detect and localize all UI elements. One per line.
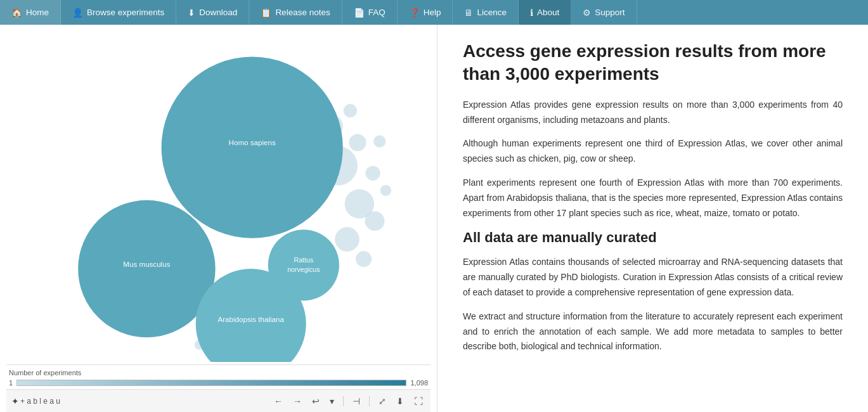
legend-max: 1,098 — [410, 379, 428, 387]
bubble-chart[interactable]: Homo sapiens Mus musculus Arabidopsis th… — [6, 31, 431, 362]
nav-download[interactable]: ⬇ Download — [176, 0, 249, 25]
toolbar-share-button[interactable]: ⤢ — [376, 395, 389, 408]
help-icon: ❓ — [409, 8, 420, 18]
nav-help[interactable]: ❓ Help — [398, 0, 453, 25]
toolbar-download-button[interactable]: ⬇ — [394, 395, 406, 408]
browse-icon: 👤 — [72, 8, 83, 18]
svg-point-10 — [380, 185, 391, 196]
svg-point-12 — [344, 104, 357, 117]
toolbar-undo-button[interactable]: ↩ — [309, 395, 322, 408]
nav-download-label: Download — [199, 8, 237, 17]
svg-point-7 — [356, 251, 372, 267]
nav-home-label: Home — [26, 8, 49, 17]
legend-title: Number of experiments — [9, 369, 428, 377]
sub-heading: All data are manually curated — [463, 229, 843, 246]
download-icon: ⬇ — [188, 8, 195, 18]
about-icon: ℹ — [530, 8, 533, 18]
left-panel: Homo sapiens Mus musculus Arabidopsis th… — [0, 25, 437, 412]
toolbar-start-button[interactable]: ⊣ — [350, 395, 363, 408]
main-container: Homo sapiens Mus musculus Arabidopsis th… — [0, 25, 868, 412]
svg-point-6 — [365, 211, 385, 231]
tableau-toolbar: ✦ + a b l e a u ← → ↩ ▾ ⊣ ⤢ ⬇ ⛶ — [6, 389, 431, 412]
legend-bar — [16, 380, 406, 386]
main-heading: Access gene expression results from more… — [463, 40, 843, 86]
bubble-rattus — [268, 229, 339, 300]
toolbar-back-button[interactable]: ← — [271, 395, 285, 408]
paragraph-2: Although human experiments represent one… — [463, 136, 843, 167]
tableau-logo: ✦ + a b l e a u — [11, 396, 60, 406]
legend-min: 1 — [9, 379, 13, 387]
tableau-logo-icon: ✦ — [11, 396, 19, 406]
nav-release-notes-label: Release notes — [275, 8, 330, 17]
toolbar-fullscreen-button[interactable]: ⛶ — [411, 395, 425, 408]
paragraph-1: Expression Atlas provides gene expressio… — [463, 98, 843, 128]
tableau-logo-text: + a b l e a u — [20, 397, 60, 406]
paragraph-4: Expression Atlas contains thousands of s… — [463, 255, 843, 300]
bubble-homo-sapiens — [162, 57, 343, 238]
nav-help-label: Help — [424, 8, 441, 17]
svg-point-4 — [349, 134, 366, 151]
paragraph-3: Plant experiments represent one fourth o… — [463, 176, 843, 221]
faq-icon: 📄 — [354, 8, 365, 18]
bubble-svg: Homo sapiens Mus musculus Arabidopsis th… — [6, 31, 431, 362]
support-icon: ⚙ — [583, 8, 591, 18]
nav-home[interactable]: 🏠 Home — [0, 0, 61, 25]
nav-support-label: Support — [595, 8, 625, 17]
nav-faq-label: FAQ — [368, 8, 385, 17]
legend-bar-row: 1 1,098 — [9, 379, 428, 387]
nav-browse-experiments[interactable]: 👤 Browse experiments — [61, 0, 176, 25]
legend-area: Number of experiments 1 1,098 — [6, 364, 431, 389]
svg-point-11 — [373, 135, 385, 147]
nav-browse-label: Browse experiments — [87, 8, 164, 17]
nav-about[interactable]: ℹ About — [519, 0, 571, 25]
toolbar-redo-dropdown[interactable]: ▾ — [327, 395, 337, 408]
nav-faq[interactable]: 📄 FAQ — [342, 0, 398, 25]
tableau-toolbar-controls: ← → ↩ ▾ ⊣ ⤢ ⬇ ⛶ — [271, 395, 425, 408]
licence-icon: 🖥 — [464, 8, 473, 18]
right-panel: Access gene expression results from more… — [437, 25, 868, 412]
toolbar-sep-1 — [343, 396, 344, 406]
nav-support[interactable]: ⚙ Support — [571, 0, 637, 25]
paragraph-5: We extract and structure information fro… — [463, 309, 843, 354]
nav-licence-label: Licence — [477, 8, 507, 17]
home-icon: 🏠 — [11, 8, 22, 18]
release-notes-icon: 📋 — [261, 8, 271, 18]
svg-point-2 — [335, 227, 360, 252]
toolbar-forward-button[interactable]: → — [290, 395, 304, 408]
nav-release-notes[interactable]: 📋 Release notes — [249, 0, 342, 25]
toolbar-sep-2 — [369, 396, 370, 406]
navigation: 🏠 Home 👤 Browse experiments ⬇ Download 📋… — [0, 0, 868, 25]
svg-point-5 — [366, 166, 380, 181]
nav-licence[interactable]: 🖥 Licence — [453, 0, 519, 25]
bubble-mus-musculus — [78, 200, 216, 338]
nav-about-label: About — [537, 8, 559, 17]
